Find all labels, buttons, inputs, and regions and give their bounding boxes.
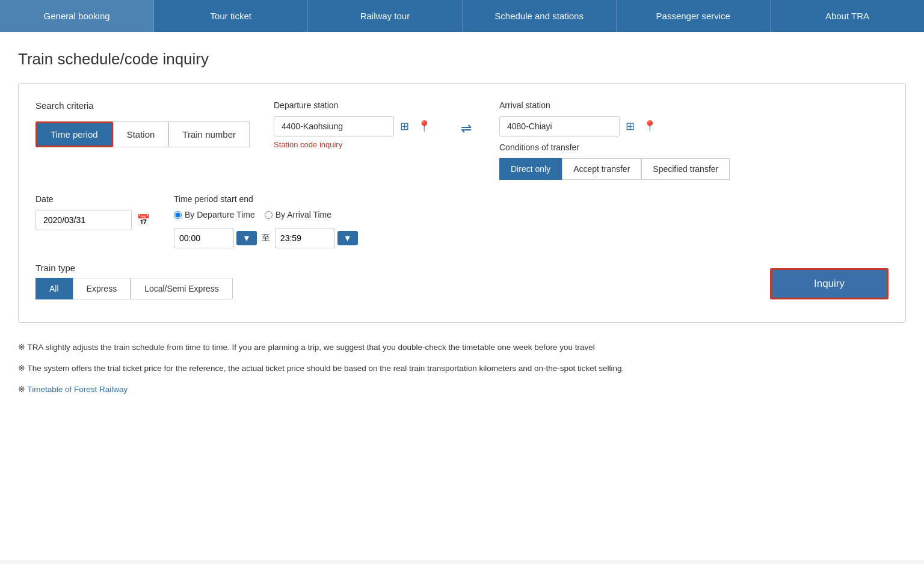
radio-arrival-time-input[interactable] <box>265 211 273 219</box>
note-2: ※ The system offers the trial ticket pri… <box>18 362 906 376</box>
date-section: Date 📅 <box>35 194 150 230</box>
transfer-direct-only[interactable]: Direct only <box>499 158 562 180</box>
nav-general-booking[interactable]: General booking <box>0 0 154 32</box>
nav-railway-tour[interactable]: Railway tour <box>308 0 462 32</box>
time-end-arrow[interactable]: ▼ <box>337 231 358 245</box>
criteria-station[interactable]: Station <box>113 121 169 147</box>
date-label: Date <box>35 194 150 204</box>
traintype-section: Train type All Express Local/Semi Expres… <box>35 263 233 299</box>
time-start-arrow[interactable]: ▼ <box>236 231 257 245</box>
criteria-section: Search criteria Time period Station Trai… <box>35 100 250 147</box>
criteria-time-period[interactable]: Time period <box>35 121 113 147</box>
radio-arrival-label: By Arrival Time <box>276 210 331 219</box>
nav-passenger-service[interactable]: Passenger service <box>617 0 771 32</box>
nav-about-tra[interactable]: About TRA <box>771 0 924 32</box>
swap-stations-button[interactable]: ⇌ <box>457 117 475 140</box>
radio-departure-time[interactable]: By Departure Time <box>174 210 255 219</box>
radio-departure-label: By Departure Time <box>185 210 255 219</box>
departure-table-icon[interactable]: ⊞ <box>398 117 411 135</box>
traintype-all[interactable]: All <box>35 278 73 299</box>
arrival-section: Arrival station ⊞ 📍 <box>499 100 730 136</box>
departure-section: Departure station ⊞ 📍 Station code inqui… <box>274 100 433 149</box>
traintype-local[interactable]: Local/Semi Express <box>131 278 233 299</box>
nav-schedule-stations[interactable]: Schedule and stations <box>463 0 617 32</box>
timeperiod-label: Time period start end <box>174 194 358 204</box>
date-input[interactable] <box>35 210 132 230</box>
traintype-label: Train type <box>35 263 224 273</box>
timeperiod-section: Time period start end By Departure Time … <box>174 194 358 248</box>
top-row: Search criteria Time period Station Trai… <box>35 100 889 180</box>
time-start-select[interactable]: 00:00 01:00 06:00 12:00 <box>174 228 234 248</box>
traintype-group: All Express Local/Semi Express <box>35 278 233 299</box>
departure-location-icon[interactable]: 📍 <box>415 117 433 135</box>
inquiry-button[interactable]: Inquiry <box>770 268 889 299</box>
criteria-group: Time period Station Train number <box>35 121 250 147</box>
notes-section: ※ TRA slightly adjusts the train schedul… <box>18 335 906 397</box>
date-row: Date 📅 Time period start end By Departur… <box>35 194 889 248</box>
radio-departure-time-input[interactable] <box>174 211 182 219</box>
inquiry-wrapper: Inquiry <box>770 268 889 299</box>
departure-input[interactable] <box>274 116 394 136</box>
note-1: ※ TRA slightly adjusts the train schedul… <box>18 341 906 355</box>
departure-input-row: ⊞ 📍 <box>274 116 433 136</box>
transfer-specified[interactable]: Specified transfer <box>641 158 730 180</box>
main-nav: General booking Tour ticket Railway tour… <box>0 0 924 32</box>
radio-group: By Departure Time By Arrival Time <box>174 210 358 219</box>
arrival-location-icon[interactable]: 📍 <box>641 117 659 135</box>
transfer-label: Conditions of transfer <box>499 143 730 152</box>
departure-label: Departure station <box>274 100 433 110</box>
arrival-table-icon[interactable]: ⊞ <box>623 117 637 135</box>
search-panel: Search criteria Time period Station Trai… <box>18 83 906 323</box>
arrival-transfer-col: Arrival station ⊞ 📍 Conditions of transf… <box>499 100 730 180</box>
transfer-group: Direct only Accept transfer Specified tr… <box>499 158 730 180</box>
traintype-express[interactable]: Express <box>73 278 131 299</box>
bottom-row: Train type All Express Local/Semi Expres… <box>35 263 889 299</box>
date-input-row: 📅 <box>35 210 150 230</box>
nav-tour-ticket[interactable]: Tour ticket <box>154 0 308 32</box>
calendar-icon-button[interactable]: 📅 <box>137 213 150 227</box>
time-separator: 至 <box>262 233 270 244</box>
criteria-label: Search criteria <box>35 100 250 111</box>
arrival-label: Arrival station <box>499 100 730 110</box>
time-select-row: 00:00 01:00 06:00 12:00 ▼ 至 23:59 18:00 … <box>174 228 358 248</box>
station-code-link[interactable]: Station code inquiry <box>274 140 433 149</box>
arrival-input-row: ⊞ 📍 <box>499 116 730 136</box>
page-title: Train schedule/code inquiry <box>18 50 906 69</box>
criteria-train-number[interactable]: Train number <box>168 121 250 147</box>
transfer-section: Conditions of transfer Direct only Accep… <box>499 143 730 180</box>
page-content: Train schedule/code inquiry Search crite… <box>0 32 924 560</box>
arrival-input[interactable] <box>499 116 620 136</box>
note-3: ※ Timetable of Forest Railway <box>18 383 906 397</box>
transfer-accept[interactable]: Accept transfer <box>562 158 641 180</box>
forest-prefix: ※ <box>18 385 28 394</box>
forest-railway-link[interactable]: Timetable of Forest Railway <box>28 385 128 394</box>
radio-arrival-time[interactable]: By Arrival Time <box>265 210 331 219</box>
time-end-select[interactable]: 23:59 18:00 22:00 <box>275 228 335 248</box>
